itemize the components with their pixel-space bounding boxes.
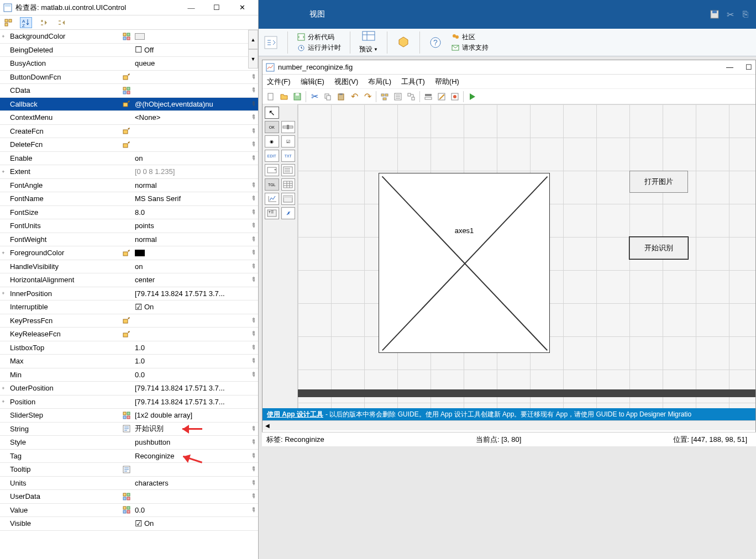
- paste-icon[interactable]: [335, 91, 347, 103]
- banner-link[interactable]: 使用 App 设计工具: [267, 410, 326, 419]
- object-browser-icon[interactable]: [449, 91, 461, 103]
- expand-ribbon-button[interactable]: [263, 35, 279, 50]
- recognize-button[interactable]: 开始识别: [629, 237, 688, 259]
- maximize-button[interactable]: ☐: [204, 1, 229, 15]
- menu-editor-icon[interactable]: [392, 91, 404, 103]
- property-row-fontname[interactable]: FontNameMS Sans Serif✎: [0, 192, 258, 206]
- property-row-keypressfcn[interactable]: KeyPressFcn✎: [0, 314, 258, 328]
- figure-canvas[interactable]: axes1 打开图片 开始识别: [298, 104, 755, 408]
- property-row-userdata[interactable]: UserData✎: [0, 490, 258, 504]
- tab-order-icon[interactable]: [405, 91, 417, 103]
- buttongroup-tool[interactable]: T☰: [265, 207, 279, 219]
- menu-item[interactable]: 帮助(H): [435, 77, 459, 87]
- close-button[interactable]: ✕: [229, 1, 255, 15]
- axes-component[interactable]: axes1: [379, 173, 550, 353]
- help-button[interactable]: ?: [429, 36, 442, 49]
- run-timer-button[interactable]: 运行并计时: [297, 43, 341, 52]
- property-row-callback[interactable]: Callback@(hObject,eventdata)nu✎: [0, 98, 258, 112]
- expand-button[interactable]: [38, 17, 50, 28]
- save-icon[interactable]: [708, 8, 721, 20]
- property-row-keyreleasefcn[interactable]: KeyReleaseFcn✎: [0, 328, 258, 341]
- toolbar-editor-icon[interactable]: [422, 91, 434, 103]
- property-row-innerposition[interactable]: +InnerPosition[79.714 13.824 17.571 3.7.…: [0, 287, 258, 301]
- menu-item[interactable]: 布局(L): [368, 77, 391, 87]
- horizontal-scrollbar[interactable]: ◀: [262, 420, 755, 430]
- toggle-tool[interactable]: TGL: [265, 178, 279, 191]
- property-row-fontsize[interactable]: FontSize8.0✎: [0, 206, 258, 220]
- menu-item[interactable]: 工具(T): [401, 77, 425, 87]
- listbox-tool[interactable]: [281, 164, 296, 176]
- collapse-button[interactable]: [55, 17, 67, 28]
- activex-tool[interactable]: ✗: [281, 207, 296, 219]
- property-row-enable[interactable]: Enableon✎: [0, 152, 258, 166]
- text-tool[interactable]: TXT: [281, 150, 296, 162]
- inspector-titlebar[interactable]: 检查器: matlab.ui.control.UIControl — ☐ ✕: [0, 0, 258, 15]
- guide-titlebar[interactable]: number_reconginize.fig — ☐: [262, 60, 755, 75]
- new-icon[interactable]: [265, 91, 277, 103]
- checkbox-tool[interactable]: ☑: [281, 135, 296, 147]
- editor-icon[interactable]: [435, 91, 448, 103]
- property-row-listboxtop[interactable]: ListboxTop1.0✎: [0, 341, 258, 355]
- guide-maximize-button[interactable]: ☐: [746, 63, 752, 71]
- property-row-deletefcn[interactable]: DeleteFcn✎: [0, 138, 258, 152]
- sort-button[interactable]: AZ: [20, 17, 32, 28]
- select-tool[interactable]: ↖: [265, 107, 279, 119]
- preset-button[interactable]: 预设▼: [359, 30, 378, 54]
- menu-item[interactable]: 文件(F): [267, 77, 291, 87]
- property-row-fontangle[interactable]: FontAnglenormal✎: [0, 179, 258, 193]
- addon-button[interactable]: [396, 35, 411, 50]
- property-row-extent[interactable]: +Extent[0 0 8 1.235]: [0, 165, 258, 179]
- property-row-sliderstep[interactable]: SliderStep[1x2 double array]: [0, 409, 258, 423]
- open-icon[interactable]: [278, 91, 290, 103]
- save-icon[interactable]: [291, 91, 303, 103]
- property-row-busyaction[interactable]: BusyActionqueue✎: [0, 57, 258, 71]
- property-row-string[interactable]: String开始识别✎: [0, 423, 258, 436]
- guide-minimize-button[interactable]: —: [726, 63, 733, 71]
- copy-icon[interactable]: ⎘: [739, 8, 752, 20]
- property-row-tag[interactable]: TagReconginize✎: [0, 450, 258, 463]
- menu-item[interactable]: 视图(V): [334, 77, 358, 87]
- property-row-foregroundcolor[interactable]: +ForegroundColor✎: [0, 246, 258, 260]
- property-row-createfcn[interactable]: CreateFcn✎: [0, 125, 258, 139]
- analyze-code-button[interactable]: 分析代码: [297, 33, 341, 42]
- edit-tool[interactable]: EDIT: [265, 150, 279, 162]
- property-row-position[interactable]: +Position[79.714 13.824 17.571 3.7...: [0, 395, 258, 409]
- request-support-button[interactable]: 请求支持: [451, 43, 489, 52]
- property-row-fontunits[interactable]: FontUnitspoints✎: [0, 219, 258, 233]
- community-button[interactable]: 社区: [451, 33, 489, 42]
- radio-tool[interactable]: ◉: [265, 135, 279, 147]
- property-row-horizontalalignment[interactable]: HorizontalAlignmentcenter✎: [0, 273, 258, 287]
- menu-item[interactable]: 编辑(E): [301, 77, 324, 87]
- property-row-tooltip[interactable]: Tooltip✎: [0, 463, 258, 477]
- property-row-outerposition[interactable]: +OuterPosition[79.714 13.824 17.571 3.7.…: [0, 382, 258, 395]
- align-icon[interactable]: [379, 91, 391, 103]
- property-row-visible[interactable]: Visible☑ On: [0, 517, 258, 531]
- property-row-backgroundcolor[interactable]: +BackgroundColor✎: [0, 30, 258, 44]
- cut-icon[interactable]: ✂: [308, 91, 321, 103]
- group-button[interactable]: [2, 17, 14, 28]
- axes-tool[interactable]: [265, 193, 279, 205]
- property-row-min[interactable]: Min0.0✎: [0, 368, 258, 382]
- pushbutton-tool[interactable]: OK: [265, 121, 279, 133]
- undo-icon[interactable]: ↶: [348, 91, 360, 103]
- open-image-button[interactable]: 打开图片: [629, 171, 688, 193]
- property-row-beingdeleted[interactable]: BeingDeleted☐ Off: [0, 44, 258, 57]
- run-icon[interactable]: [466, 91, 478, 103]
- property-row-buttondownfcn[interactable]: ButtonDownFcn✎: [0, 71, 258, 85]
- copy-icon[interactable]: [322, 91, 334, 103]
- redo-icon[interactable]: ↷: [361, 91, 374, 103]
- slider-tool[interactable]: [281, 121, 296, 133]
- property-row-fontweight[interactable]: FontWeightnormal✎: [0, 233, 258, 247]
- tab-view[interactable]: 视图: [292, 9, 343, 19]
- property-row-units[interactable]: Unitscharacters✎: [0, 477, 258, 491]
- minimize-button[interactable]: —: [179, 1, 204, 15]
- property-row-cdata[interactable]: CData✎: [0, 84, 258, 98]
- migration-banner[interactable]: 使用 App 设计工具 - 以后的版本中将会删除 GUIDE。使用 App 设计…: [262, 408, 755, 420]
- flip-scroll[interactable]: ▲▼: [248, 30, 258, 68]
- panel-tool[interactable]: [281, 193, 296, 205]
- property-row-contextmenu[interactable]: ContextMenu<None>✎: [0, 111, 258, 125]
- property-row-value[interactable]: Value0.0✎: [0, 504, 258, 518]
- property-row-handlevisibility[interactable]: HandleVisibilityon✎: [0, 260, 258, 274]
- popup-tool[interactable]: [265, 164, 279, 176]
- table-tool[interactable]: [281, 178, 296, 191]
